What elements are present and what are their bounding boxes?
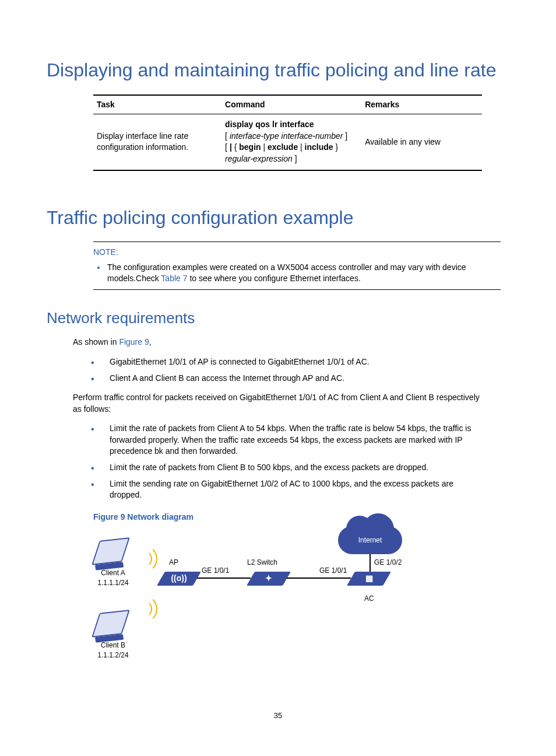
td-remarks: Available in any view	[361, 114, 482, 170]
cmd-text: display qos lr interface	[225, 120, 314, 129]
cmd-text: include	[305, 142, 333, 152]
page-number: 35	[47, 710, 509, 721]
label-client-b: Client B 1.1.1.2/24	[92, 640, 134, 660]
intro-line: As shown in Figure 9,	[73, 337, 490, 348]
bullet-list-b: Limit the rate of packets from Client A …	[87, 423, 481, 501]
wifi-arc	[135, 550, 152, 568]
note-box: NOTE: The configuration examples were cr…	[93, 242, 501, 290]
paragraph: Perform traffic control for packets rece…	[73, 392, 490, 415]
cloud-icon: Internet	[338, 526, 402, 554]
table-row: Display interface line rate configuratio…	[93, 114, 482, 170]
laptop-icon	[92, 610, 130, 638]
text: Client B	[101, 641, 125, 649]
switch-icon: ✦	[247, 572, 291, 586]
th-task: Task	[93, 95, 221, 114]
list-item: Limit the rate of packets from Client A …	[87, 423, 481, 457]
heading-displaying: Displaying and maintaining traffic polic…	[47, 58, 509, 83]
label-ap: AP	[169, 558, 178, 568]
wifi-glyph-icon: ((o))	[171, 573, 186, 585]
ap-icon: ((o))	[157, 572, 201, 586]
command-table: Task Command Remarks Display interface l…	[93, 94, 482, 171]
list-item: Client A and Client B can access the Int…	[87, 373, 481, 384]
text: 1.1.1.1/24	[97, 579, 128, 587]
list-item: Limit the sending rate on GigabitEtherne…	[87, 478, 481, 501]
intro-text: ,	[149, 337, 152, 346]
label-ac: AC	[364, 594, 374, 604]
link-table7[interactable]: Table 7	[161, 274, 187, 283]
cmd-text: interface-type interface-number	[230, 131, 343, 141]
cmd-text: exclude	[268, 142, 298, 152]
text: 1.1.1.2/24	[97, 651, 128, 659]
heading-network-req: Network requirements	[47, 307, 509, 328]
connector-line	[197, 578, 251, 579]
td-command: display qos lr interface [ interface-typ…	[221, 114, 361, 170]
bullet-list-a: GigabitEthernet 1/0/1 of AP is connected…	[87, 356, 481, 384]
list-item: GigabitEthernet 1/0/1 of AP is connected…	[87, 356, 481, 368]
heading-example: Traffic policing configuration example	[47, 206, 509, 230]
laptop-icon	[92, 538, 130, 565]
ac-icon: ▦	[347, 572, 391, 586]
label-ge101b: GE 1/0/1	[319, 566, 347, 576]
label-client-a: Client A 1.1.1.1/24	[92, 568, 134, 588]
note-label: NOTE:	[93, 247, 501, 258]
label-l2: L2 Switch	[247, 558, 277, 568]
label-ge101: GE 1/0/1	[202, 566, 229, 576]
cmd-text: regular-expression	[225, 154, 293, 163]
th-remarks: Remarks	[361, 95, 482, 114]
arrows-icon: ✦	[265, 573, 272, 585]
text: Client A	[101, 569, 125, 577]
cmd-text: begin	[239, 142, 261, 152]
th-command: Command	[221, 95, 361, 114]
td-task: Display interface line rate configuratio…	[93, 114, 221, 170]
note-item: The configuration examples were created …	[106, 262, 501, 285]
list-item: Limit the rate of packets from Client B …	[87, 462, 481, 474]
intro-text: As shown in	[73, 337, 119, 346]
label-ge102: GE 1/0/2	[374, 558, 402, 568]
wifi-arc	[135, 600, 152, 618]
link-figure9[interactable]: Figure 9	[119, 337, 149, 346]
server-glyph-icon: ▦	[365, 573, 373, 585]
connector-line	[287, 578, 351, 579]
label-internet: Internet	[358, 536, 382, 545]
network-diagram: Client A 1.1.1.1/24 Client B 1.1.1.2/24 …	[93, 530, 420, 681]
figure-caption: Figure 9 Network diagram	[93, 512, 509, 523]
note-text: to see where you configure Ethernet inte…	[188, 274, 361, 283]
